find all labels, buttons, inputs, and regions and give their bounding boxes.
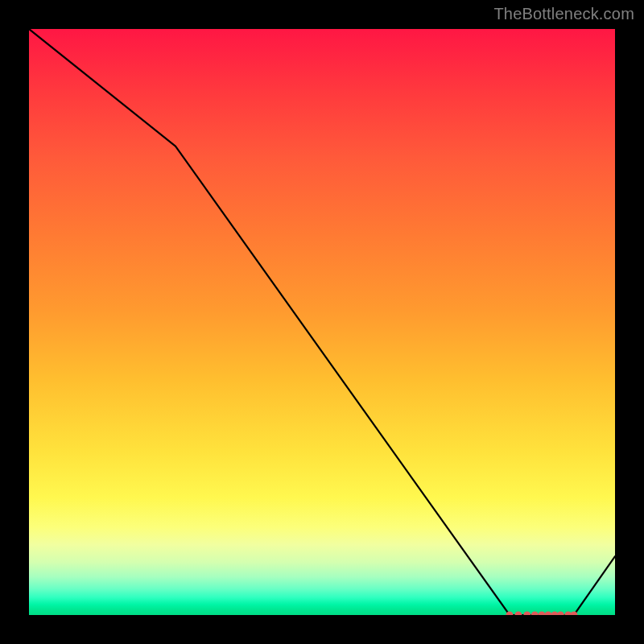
data-point-marker bbox=[531, 612, 539, 616]
chart-line bbox=[29, 29, 615, 615]
plot-area bbox=[29, 29, 615, 615]
chart-markers bbox=[506, 612, 578, 616]
data-point-marker bbox=[514, 612, 522, 616]
chart-svg bbox=[29, 29, 615, 615]
data-point-marker bbox=[557, 612, 564, 616]
data-point-marker bbox=[539, 612, 546, 616]
data-point-marker bbox=[523, 612, 530, 616]
attribution-text: TheBottleneck.com bbox=[493, 5, 634, 23]
data-point-marker bbox=[545, 612, 552, 616]
chart-frame: TheBottleneck.com bbox=[0, 0, 644, 644]
